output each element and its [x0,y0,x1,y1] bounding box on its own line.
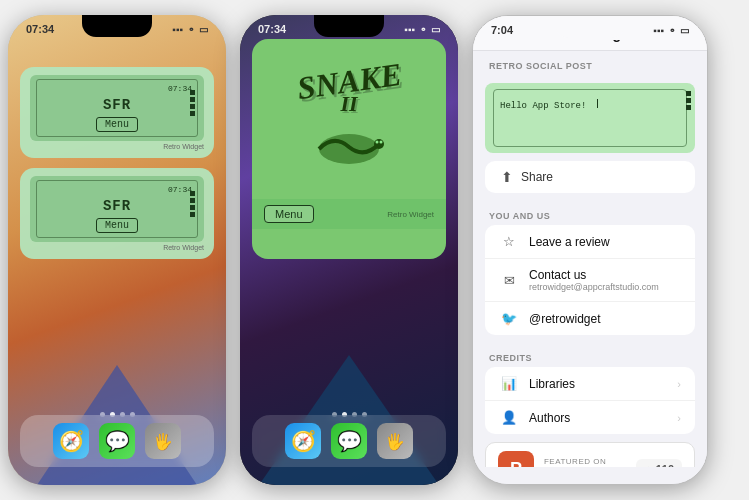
notes-icon[interactable]: 🖐 [145,423,181,459]
product-hunt-badge[interactable]: P FEATURED ON Product Hunt ▲ 110 [485,442,695,467]
pixel3 [190,104,195,109]
snake-logo: SNAKE II [297,65,402,173]
widget2-menu[interactable]: Menu [96,218,138,233]
widget1-inner: 07:34 SFR Menu [36,79,198,137]
cursor-blink [597,99,598,108]
phone3-notch [555,16,625,38]
ph-logo: P [498,451,534,467]
sp-pixel3 [686,105,691,110]
widget2-inner: 07:34 SFR Menu [36,180,198,238]
phone2-frame: 07:34 ▪▪▪ ⚬ ▭ SNAKE II [240,15,458,485]
phone1-widget2[interactable]: 07:34 SFR Menu Retro Widget [20,168,214,259]
contact-text: Contact us retrowidget@appcraftstudio.co… [529,268,681,292]
snake-menu-btn[interactable]: Menu [264,205,314,223]
p3-signal-icon: ▪▪▪ [653,25,664,36]
phone2-screen: 07:34 ▪▪▪ ⚬ ▭ SNAKE II [240,15,458,485]
widget2-label: Retro Widget [30,244,204,251]
social-post-header: RETRO SOCIAL POST [473,51,707,75]
widget1-menu[interactable]: Menu [96,117,138,132]
p2-battery-icon: ▭ [431,24,440,35]
social-preview-inner: Hello App Store! [493,89,687,147]
phone1-dock: 🧭 💬 🖐 [20,415,214,467]
phone2-status-icons: ▪▪▪ ⚬ ▭ [404,24,440,35]
svg-point-2 [376,141,379,144]
phone3-screen: 7:04 ▪▪▪ ⚬ ▭ Retro Widget RETRO SOCIAL P… [473,16,707,484]
phone1-widget1[interactable]: 07:34 SFR Menu Retro Widget [20,67,214,158]
libraries-title: Libraries [529,377,667,391]
social-post-preview[interactable]: Hello App Store! [485,83,695,153]
signal-icon: ▪▪▪ [172,24,183,35]
battery-icon: ▭ [199,24,208,35]
twitter-icon: 🐦 [499,311,519,326]
phone1-screen: 07:34 ▪▪▪ ⚬ ▭ 07:34 SFR Menu [8,15,226,485]
pixel7 [190,205,195,210]
snake-bottom: Menu Retro Widget [252,199,446,229]
twitter-item[interactable]: 🐦 @retrowidget [485,302,695,335]
phone1-notch [82,15,152,37]
share-row[interactable]: ⬆ Share [485,161,695,193]
p2-wifi-icon: ⚬ [419,24,427,35]
phone2-time: 07:34 [258,23,286,35]
social-preview-text: Hello App Store! [500,101,586,111]
svg-point-3 [380,141,383,144]
you-and-us-header: YOU AND US [473,201,707,225]
p2-safari-icon[interactable]: 🧭 [285,423,321,459]
app-content[interactable]: RETRO SOCIAL POST Hello App Store! ⬆ Sha… [473,51,707,467]
authors-chevron: › [677,412,681,424]
sp-pixel2 [686,98,691,103]
svg-point-1 [374,139,384,149]
mail-icon: ✉ [499,273,519,288]
widget2-screen: 07:34 SFR Menu [30,176,204,242]
authors-icon: 👤 [499,410,519,425]
libraries-chevron: › [677,378,681,390]
phone3-frame: 7:04 ▪▪▪ ⚬ ▭ Retro Widget RETRO SOCIAL P… [472,15,708,485]
libraries-item[interactable]: 📊 Libraries › [485,367,695,401]
pixel2 [190,97,195,102]
ph-arrow-icon: ▲ [644,464,653,467]
phone1-status-icons: ▪▪▪ ⚬ ▭ [172,24,208,35]
ph-text: FEATURED ON Product Hunt [544,457,626,467]
snake-image: SNAKE II [252,39,446,199]
p2-signal-icon: ▪▪▪ [404,24,415,35]
wifi-icon: ⚬ [187,24,195,35]
review-title: Leave a review [529,235,681,249]
phone2-dock: 🧭 💬 🖐 [252,415,446,467]
widget1-label: Retro Widget [30,143,204,150]
you-and-us-card: ☆ Leave a review ✉ Contact us retrowidge… [485,225,695,335]
pixel4 [190,111,195,116]
messages-icon[interactable]: 💬 [99,423,135,459]
twitter-title: @retrowidget [529,312,681,326]
pixel1 [190,90,195,95]
snake-widget[interactable]: SNAKE II Menu Retro Widget [252,39,446,259]
p2-notes-icon[interactable]: 🖐 [377,423,413,459]
p2-messages-icon[interactable]: 💬 [331,423,367,459]
safari-icon[interactable]: 🧭 [53,423,89,459]
ph-vote-count: ▲ 110 [636,459,682,467]
libraries-text: Libraries [529,377,667,391]
phone1-time: 07:34 [26,23,54,35]
phone1-widget-container: 07:34 SFR Menu Retro Widget [20,39,214,269]
libraries-icon: 📊 [499,376,519,391]
ph-featured-label: FEATURED ON [544,457,626,466]
widget1-carrier: SFR [42,97,192,113]
pixel6 [190,198,195,203]
contact-us-item[interactable]: ✉ Contact us retrowidget@appcraftstudio.… [485,259,695,302]
phone3-time: 7:04 [491,24,513,36]
phone2-notch [314,15,384,37]
phone1-frame: 07:34 ▪▪▪ ⚬ ▭ 07:34 SFR Menu [8,15,226,485]
review-text: Leave a review [529,235,681,249]
pixel5 [190,191,195,196]
leave-review-item[interactable]: ☆ Leave a review [485,225,695,259]
widget1-screen: 07:34 SFR Menu [30,75,204,141]
phone3-status-icons: ▪▪▪ ⚬ ▭ [653,25,689,36]
authors-item[interactable]: 👤 Authors › [485,401,695,434]
credits-card: 📊 Libraries › 👤 Authors › [485,367,695,434]
snake-svg [309,119,389,169]
widget2-time: 07:34 [42,185,192,194]
widget2-carrier: SFR [42,198,192,214]
contact-subtitle: retrowidget@appcraftstudio.com [529,282,681,292]
widget1-time: 07:34 [42,84,192,93]
credits-header: CREDITS [473,343,707,367]
share-icon: ⬆ [501,169,513,185]
snake-widget-label: Retro Widget [387,210,434,219]
